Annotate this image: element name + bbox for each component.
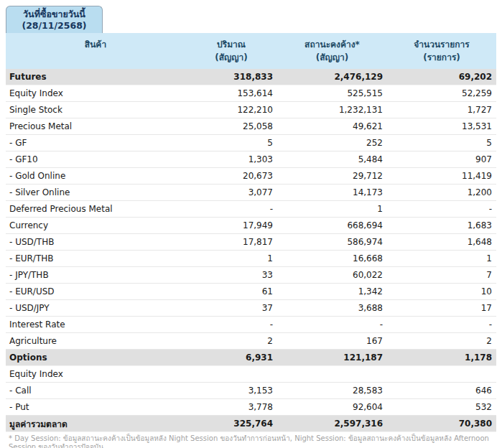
deals-cell: 1 [387, 253, 496, 263]
table-row: - Gold Online20,67329,71211,419 [6, 168, 496, 185]
column-header-product-label: สินค้า [85, 38, 106, 51]
table-row: Single Stock122,2101,232,1311,727 [6, 102, 496, 118]
table-row: Futures318,8332,476,12969,202 [6, 69, 496, 85]
deals-cell: 10 [387, 286, 496, 297]
volume-cell: 153,614 [185, 88, 277, 98]
deals-cell: 17 [387, 303, 496, 313]
volume-cell: 3,153 [185, 386, 277, 396]
product-cell: Currency [6, 220, 185, 230]
volume-cell: 3,778 [185, 402, 277, 412]
open-interest-cell: 16,668 [277, 253, 387, 263]
product-cell: - Put [6, 402, 185, 412]
product-cell: มูลค่ารวมตลาด [6, 417, 185, 431]
open-interest-cell: 1,232,131 [277, 105, 387, 115]
product-cell: - EUR/USD [6, 286, 185, 297]
volume-cell: 2 [185, 336, 277, 346]
volume-cell: 17,817 [185, 237, 277, 247]
volume-cell: 1 [185, 253, 277, 263]
product-cell: - GF [6, 138, 185, 148]
product-cell: Single Stock [6, 105, 185, 115]
open-interest-cell: 3,688 [277, 303, 387, 313]
table-row: - GF52525 [6, 135, 496, 151]
deals-cell: 2 [387, 336, 496, 346]
product-cell: Precious Metal [6, 121, 185, 131]
footnote: * Day Session: ข้อมูลสถานะคงค้างเป็นข้อม… [9, 434, 491, 448]
column-header-open-interest: สถานะคงค้าง* (สัญญา) [277, 33, 387, 69]
product-cell: - Call [6, 386, 185, 396]
volume-cell: - [185, 319, 277, 330]
table-row: Agriculture21672 [6, 333, 496, 350]
product-cell: - GF10 [6, 154, 185, 164]
open-interest-cell: 1 [277, 204, 387, 214]
open-interest-cell: 252 [277, 138, 387, 148]
open-interest-cell: 49,621 [277, 121, 387, 131]
open-interest-cell: 5,484 [277, 154, 387, 164]
table-row: Equity Index153,614525,51552,259 [6, 85, 496, 102]
column-header-volume-label: ปริมาณ [217, 38, 246, 51]
volume-cell: 318,833 [185, 72, 277, 82]
table-row: Options6,931121,1871,178 [6, 350, 496, 366]
product-cell: Futures [6, 72, 185, 82]
product-cell: - Gold Online [6, 171, 185, 181]
table-row: - Call3,15328,583646 [6, 383, 496, 399]
column-header-product: สินค้า [6, 33, 185, 69]
product-cell: Options [6, 353, 185, 363]
table-row: Equity Index [6, 366, 496, 383]
open-interest-cell: 2,597,316 [277, 419, 387, 429]
table-header-row: สินค้า ปริมาณ (สัญญา) สถานะคงค้าง* (สัญญ… [6, 33, 496, 69]
table-row: - EUR/USD611,34210 [6, 284, 496, 300]
table-row: - USD/THB17,817586,9741,648 [6, 234, 496, 251]
volume-cell: - [185, 204, 277, 214]
product-cell: - USD/THB [6, 237, 185, 247]
volume-cell: 61 [185, 286, 277, 297]
deals-cell: 11,419 [387, 171, 496, 181]
product-cell: - JPY/THB [6, 270, 185, 280]
volume-cell: 20,673 [185, 171, 277, 181]
table-row: มูลค่ารวมตลาด325,7642,597,31670,380 [6, 416, 496, 432]
column-header-deals: จำนวนรายการ (รายการ) [387, 33, 496, 69]
tab-trade-date[interactable]: วันที่ซื้อขายวันนี้ (28/11/2568) [6, 6, 103, 33]
column-header-volume-unit: (สัญญา) [215, 51, 247, 64]
volume-cell: 37 [185, 303, 277, 313]
deals-cell: 69,202 [387, 72, 496, 82]
volume-cell: 33 [185, 270, 277, 280]
table-row: Deferred Precious Metal-1- [6, 201, 496, 218]
table-row: - GF101,3035,484907 [6, 151, 496, 168]
product-cell: Deferred Precious Metal [6, 204, 185, 214]
table-row: - EUR/THB116,6681 [6, 251, 496, 267]
deals-cell: 52,259 [387, 88, 496, 98]
product-cell: Agriculture [6, 336, 185, 346]
product-cell: - Silver Online [6, 187, 185, 197]
product-cell: - USD/JPY [6, 303, 185, 313]
product-cell: Interest Rate [6, 319, 185, 330]
table-row: - Silver Online3,07714,1731,200 [6, 185, 496, 201]
deals-cell: 13,531 [387, 121, 496, 131]
volume-cell: 122,210 [185, 105, 277, 115]
open-interest-cell: 668,694 [277, 220, 387, 230]
column-header-deals-label: จำนวนรายการ [414, 38, 470, 51]
deals-cell: 1,727 [387, 105, 496, 115]
open-interest-cell: 14,173 [277, 187, 387, 197]
deals-cell: 7 [387, 270, 496, 280]
table-body: Futures318,8332,476,12969,202Equity Inde… [6, 69, 496, 432]
open-interest-cell: 29,712 [277, 171, 387, 181]
deals-cell: 1,200 [387, 187, 496, 197]
open-interest-cell: 2,476,129 [277, 72, 387, 82]
open-interest-cell: 1,342 [277, 286, 387, 297]
deals-cell: 646 [387, 386, 496, 396]
table-row: - JPY/THB3360,0227 [6, 267, 496, 284]
column-header-open-interest-unit: (สัญญา) [316, 51, 348, 64]
open-interest-cell: 525,515 [277, 88, 387, 98]
deals-cell: 532 [387, 402, 496, 412]
volume-cell: 3,077 [185, 187, 277, 197]
volume-cell: 6,931 [185, 353, 277, 363]
product-cell: - EUR/THB [6, 253, 185, 263]
open-interest-cell: 586,974 [277, 237, 387, 247]
product-cell: Equity Index [6, 369, 185, 379]
deals-cell: - [387, 319, 496, 330]
table-row: Currency17,949668,6941,683 [6, 218, 496, 234]
deals-cell: 907 [387, 154, 496, 164]
open-interest-cell: 28,583 [277, 386, 387, 396]
column-header-open-interest-label: สถานะคงค้าง* [305, 38, 360, 51]
deals-cell: 1,683 [387, 220, 496, 230]
